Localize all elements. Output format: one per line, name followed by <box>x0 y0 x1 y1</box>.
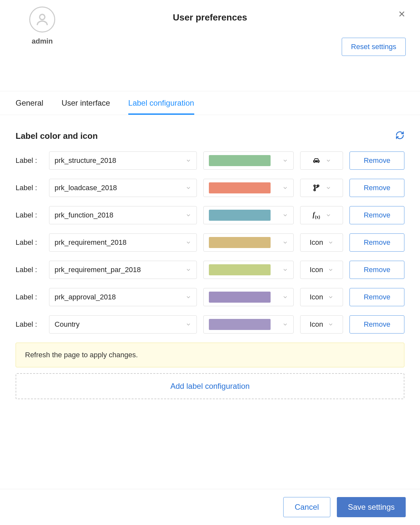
label-name-select[interactable]: prk_approval_2018 <box>49 288 197 306</box>
label-icon-select[interactable]: f(x) <box>300 206 343 224</box>
label-color-select[interactable] <box>203 261 293 279</box>
cancel-button[interactable]: Cancel <box>283 497 330 517</box>
row-label: Label : <box>16 320 43 329</box>
chevron-down-icon <box>282 267 288 273</box>
icon-placeholder: Icon <box>310 320 323 329</box>
label-name-value: prk_function_2018 <box>55 211 113 219</box>
chevron-down-icon <box>185 240 191 245</box>
label-icon-select[interactable]: Icon <box>300 233 343 252</box>
chevron-down-icon <box>328 322 334 327</box>
color-swatch <box>209 264 271 275</box>
label-name-value: prk_requirement_2018 <box>55 238 126 247</box>
label-color-select[interactable] <box>203 179 293 197</box>
label-name-select[interactable]: prk_requirement_par_2018 <box>49 261 197 279</box>
username: admin <box>32 37 53 46</box>
color-swatch <box>209 292 271 303</box>
remove-button[interactable]: Remove <box>350 233 404 252</box>
label-icon-select[interactable]: Icon <box>300 288 343 306</box>
remove-button[interactable]: Remove <box>350 315 404 334</box>
chevron-down-icon <box>328 294 334 300</box>
label-name-select[interactable]: prk_loadcase_2018 <box>49 179 197 197</box>
label-name-select[interactable]: prk_requirement_2018 <box>49 233 197 252</box>
chevron-down-icon <box>282 322 288 327</box>
chevron-down-icon <box>282 185 288 191</box>
label-name-value: Country <box>55 320 80 329</box>
label-color-select[interactable] <box>203 288 293 306</box>
color-swatch <box>209 319 271 330</box>
label-row: Label :prk_function_2018f(x)Remove <box>16 206 404 224</box>
modal-header: admin User preferences Reset settings <box>0 0 420 91</box>
label-row: Label :prk_loadcase_2018Remove <box>16 179 404 197</box>
row-label: Label : <box>16 156 43 165</box>
color-swatch <box>209 155 271 166</box>
save-settings-button[interactable]: Save settings <box>337 497 406 517</box>
chevron-down-icon <box>282 158 288 164</box>
remove-button[interactable]: Remove <box>350 151 404 170</box>
refresh-button[interactable] <box>395 131 404 141</box>
tab-user-interface[interactable]: User interface <box>61 91 110 115</box>
row-label: Label : <box>16 184 43 192</box>
label-name-select[interactable]: Country <box>49 315 197 334</box>
label-icon-select[interactable] <box>300 179 343 197</box>
label-row: Label :prk_requirement_par_2018IconRemov… <box>16 261 404 279</box>
tab-general[interactable]: General <box>16 91 43 115</box>
color-swatch <box>209 237 271 248</box>
avatar <box>29 7 55 33</box>
reset-settings-button[interactable]: Reset settings <box>342 38 406 56</box>
refresh-alert: Refresh the page to apply changes. <box>16 343 404 367</box>
label-name-value: prk_requirement_par_2018 <box>55 266 141 274</box>
row-label: Label : <box>16 266 43 274</box>
label-row: Label :CountryIconRemove <box>16 315 404 334</box>
chevron-down-icon <box>325 158 331 164</box>
remove-button[interactable]: Remove <box>350 179 404 197</box>
icon-placeholder: Icon <box>310 238 323 247</box>
chevron-down-icon <box>185 294 191 300</box>
chevron-down-icon <box>282 240 288 245</box>
row-label: Label : <box>16 211 43 219</box>
row-label: Label : <box>16 238 43 247</box>
tab-label-configuration[interactable]: Label configuration <box>128 91 194 115</box>
icon-placeholder: Icon <box>310 293 323 301</box>
color-swatch <box>209 210 271 221</box>
label-color-select[interactable] <box>203 315 293 334</box>
label-icon-select[interactable]: Icon <box>300 315 343 334</box>
row-label: Label : <box>16 293 43 301</box>
icon-placeholder: Icon <box>310 266 323 274</box>
chevron-down-icon <box>325 212 331 218</box>
chevron-down-icon <box>282 212 288 218</box>
label-name-select[interactable]: prk_function_2018 <box>49 206 197 224</box>
content: Label color and icon Label :prk_structur… <box>0 115 420 399</box>
label-name-select[interactable]: prk_structure_2018 <box>49 151 197 170</box>
svg-point-0 <box>40 14 45 20</box>
close-icon <box>398 10 406 18</box>
chevron-down-icon <box>185 185 191 191</box>
page-title: User preferences <box>16 12 404 23</box>
function-icon: f(x) <box>312 211 321 220</box>
label-color-select[interactable] <box>203 233 293 252</box>
label-color-select[interactable] <box>203 206 293 224</box>
car-icon <box>312 156 321 165</box>
remove-button[interactable]: Remove <box>350 288 404 306</box>
chevron-down-icon <box>185 322 191 327</box>
tabs: General User interface Label configurati… <box>0 91 420 115</box>
add-label-configuration-button[interactable]: Add label configuration <box>16 373 404 399</box>
color-swatch <box>209 182 271 193</box>
section-title: Label color and icon <box>16 131 98 141</box>
label-color-select[interactable] <box>203 151 293 170</box>
user-block: admin <box>29 7 55 46</box>
refresh-icon <box>395 131 404 140</box>
chevron-down-icon <box>328 240 334 245</box>
label-name-value: prk_structure_2018 <box>55 156 116 165</box>
label-icon-select[interactable] <box>300 151 343 170</box>
chevron-down-icon <box>185 267 191 273</box>
label-icon-select[interactable]: Icon <box>300 261 343 279</box>
label-row: Label :prk_approval_2018IconRemove <box>16 288 404 306</box>
branch-icon <box>312 184 321 192</box>
label-row: Label :prk_requirement_2018IconRemove <box>16 233 404 252</box>
chevron-down-icon <box>282 294 288 300</box>
close-button[interactable] <box>398 10 406 20</box>
remove-button[interactable]: Remove <box>350 206 404 224</box>
chevron-down-icon <box>185 212 191 218</box>
remove-button[interactable]: Remove <box>350 261 404 279</box>
label-name-value: prk_loadcase_2018 <box>55 184 117 192</box>
